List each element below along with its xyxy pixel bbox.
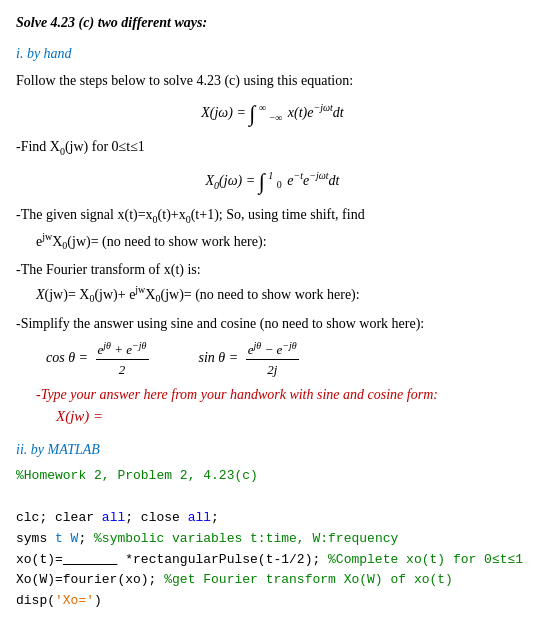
matlab-code-block: %Homework 2, Problem 2, 4.23(c) clc; cle…: [16, 466, 529, 612]
section-ii-heading: ii. by MATLAB: [16, 439, 529, 460]
matlab-line-clc: clc; clear all; close all;: [16, 508, 529, 529]
trig-formulas: cos θ = ejθ + e−jθ 2 sin θ = ejθ − e−jθ …: [46, 338, 529, 380]
step3-detail: X(jw)= X0(jw)+ ejwX0(jw)= (no need to sh…: [36, 282, 529, 306]
section-i-heading: i. by hand: [16, 43, 529, 64]
intro-text: Follow the steps below to solve 4.23 (c)…: [16, 70, 529, 91]
cos-label: cos θ =: [46, 350, 88, 365]
matlab-line-1: %Homework 2, Problem 2, 4.23(c): [16, 466, 529, 487]
step2-detail: ejwX0(jw)= (no need to show work here):: [36, 229, 529, 253]
step1-label: -Find X0(jw) for 0≤t≤1: [16, 136, 529, 159]
sin-label: sin θ =: [199, 350, 239, 365]
main-integral: X(jω) = ∫ ∞ −∞ x(t)e−jωtdt: [16, 97, 529, 130]
step3-label: -The Fourier transform of x(t) is:: [16, 259, 529, 280]
matlab-line-blank: [16, 487, 529, 508]
step2-label: -The given signal x(t)=x0(t)+x0(t+1); So…: [16, 204, 529, 227]
step4-label: -Simplify the answer using sine and cosi…: [16, 313, 529, 334]
section-ii: ii. by MATLAB %Homework 2, Problem 2, 4.…: [16, 439, 529, 612]
xo-integral: X0(jω) = ∫ 1 0 e−te−jωtdt: [16, 165, 529, 198]
answer-prompt: -Type your answer here from your handwor…: [36, 384, 529, 405]
answer-value: X(jw) =: [56, 405, 529, 428]
matlab-line-fourier: Xo(W)=fourier(xo); %get Fourier transfor…: [16, 570, 529, 591]
matlab-line-disp: disp('Xo='): [16, 591, 529, 612]
matlab-line-xo: xo(t)= *rectangularPulse(t-1/2); %Comple…: [16, 550, 529, 571]
page-title: Solve 4.23 (c) two different ways:: [16, 12, 529, 33]
matlab-line-syms: syms t W; %symbolic variables t:time, W:…: [16, 529, 529, 550]
